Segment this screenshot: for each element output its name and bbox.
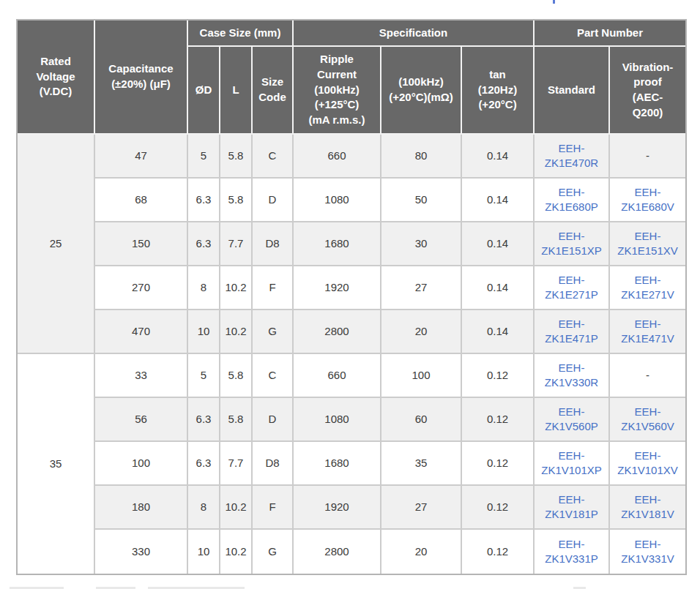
header-standard: Standard <box>535 47 610 135</box>
vibration-part-link[interactable]: EEH-ZK1V560V <box>614 405 681 434</box>
cell-impedance: 20 <box>381 530 462 574</box>
cell-capacitance: 150 <box>95 222 188 266</box>
header-impedance: (100kHz) (+20°C)(mΩ) <box>381 47 462 135</box>
cell-impedance: 35 <box>381 442 462 486</box>
vibration-part-link[interactable]: EEH-ZK1E271V <box>614 273 681 302</box>
table-row: 330 10 10.2 G 2800 20 0.12 EEH-ZK1V331P … <box>18 530 685 574</box>
cell-vibration-part: - <box>610 135 685 179</box>
standard-part-link[interactable]: EEH-ZK1E470R <box>539 141 604 170</box>
cell-length: 10.2 <box>220 530 253 574</box>
cell-impedance: 20 <box>381 310 462 354</box>
cell-size-code: C <box>253 135 294 179</box>
standard-part-link[interactable]: EEH-ZK1V101XP <box>539 449 604 478</box>
cell-capacitance: 180 <box>95 486 188 530</box>
cell-length: 10.2 <box>220 310 253 354</box>
cell-tan-delta: 0.12 <box>462 530 535 574</box>
cell-vibration-part: EEH-ZK1E271V <box>610 266 685 310</box>
cell-standard-part: EEH-ZK1V330R <box>535 354 610 398</box>
vibration-part-link[interactable]: EEH-ZK1V101XV <box>614 449 681 478</box>
cell-vibration-part: EEH-ZK1E471V <box>610 310 685 354</box>
cell-impedance: 27 <box>381 266 462 310</box>
cell-size-code: C <box>253 354 294 398</box>
cell-tan-delta: 0.12 <box>462 442 535 486</box>
table-row: 270 8 10.2 F 1920 27 0.14 EEH-ZK1E271P E… <box>18 266 685 310</box>
cell-diameter: 6.3 <box>188 222 220 266</box>
standard-part-link[interactable]: EEH-ZK1V331P <box>539 537 604 566</box>
cell-ripple-current: 1920 <box>294 266 381 310</box>
cell-diameter: 6.3 <box>188 442 220 486</box>
cell-impedance: 50 <box>381 179 462 222</box>
cell-tan-delta: 0.14 <box>462 135 535 179</box>
cell-tan-delta: 0.14 <box>462 310 535 354</box>
vibration-part-link[interactable]: EEH-ZK1E680V <box>614 185 681 214</box>
cell-standard-part: EEH-ZK1V101XP <box>535 442 610 486</box>
cell-length: 10.2 <box>220 486 253 530</box>
vibration-part-link[interactable]: EEH-ZK1E471V <box>614 317 681 346</box>
standard-part-link[interactable]: EEH-ZK1E271P <box>539 273 604 302</box>
table-row: 150 6.3 7.7 D8 1680 30 0.14 EEH-ZK1E151X… <box>18 222 685 266</box>
cell-capacitance: 100 <box>95 442 188 486</box>
cell-diameter: 8 <box>188 266 220 310</box>
table-row: 470 10 10.2 G 2800 20 0.14 EEH-ZK1E471P … <box>18 310 685 354</box>
cell-diameter: 5 <box>188 354 220 398</box>
cell-length: 5.8 <box>220 354 253 398</box>
cell-vibration-part: EEH-ZK1V181V <box>610 486 685 530</box>
header-group-specification: Specification <box>294 20 535 47</box>
cell-vibration-part: EEH-ZK1V101XV <box>610 442 685 486</box>
vibration-part-empty: - <box>646 149 649 162</box>
standard-part-link[interactable]: EEH-ZK1E151XP <box>539 229 604 258</box>
cell-capacitance: 270 <box>95 266 188 310</box>
cell-length: 5.8 <box>220 135 253 179</box>
header-size-code: Size Code <box>253 47 294 135</box>
cell-rated-voltage: 35 <box>18 354 95 574</box>
cell-size-code: F <box>253 266 294 310</box>
standard-part-link[interactable]: EEH-ZK1E471P <box>539 317 604 346</box>
table-row: 56 6.3 5.8 D 1080 60 0.12 EEH-ZK1V560P E… <box>18 398 685 442</box>
standard-part-link[interactable]: EEH-ZK1V181P <box>539 492 604 522</box>
vibration-part-link[interactable]: EEH-ZK1V331V <box>614 537 681 566</box>
vibration-part-link[interactable]: EEH-ZK1E151XV <box>614 229 681 258</box>
cell-size-code: D8 <box>253 442 294 486</box>
cell-size-code: D <box>253 398 294 442</box>
cell-diameter: 6.3 <box>188 179 220 222</box>
cell-size-code: F <box>253 486 294 530</box>
cell-length: 10.2 <box>220 266 253 310</box>
cell-impedance: 60 <box>381 398 462 442</box>
header-diameter: ØD <box>188 47 220 135</box>
header-length: L <box>220 47 253 135</box>
cell-diameter: 10 <box>188 310 220 354</box>
standard-part-link[interactable]: EEH-ZK1E680P <box>539 185 604 214</box>
cell-tan-delta: 0.14 <box>462 179 535 222</box>
cell-capacitance: 330 <box>95 530 188 574</box>
cell-rated-voltage: 25 <box>18 135 95 354</box>
cell-vibration-part: EEH-ZK1E680V <box>610 179 685 222</box>
cell-ripple-current: 660 <box>294 354 381 398</box>
cell-size-code: G <box>253 530 294 574</box>
standard-part-link[interactable]: EEH-ZK1V330R <box>539 361 604 390</box>
cell-ripple-current: 2800 <box>294 530 381 574</box>
cell-capacitance: 470 <box>95 310 188 354</box>
capacitor-spec-table: Rated Voltage (V.DC) Capacitance (±20%) … <box>16 19 687 575</box>
cell-capacitance: 47 <box>95 135 188 179</box>
cell-length: 7.7 <box>220 222 253 266</box>
cell-size-code: G <box>253 310 294 354</box>
cell-ripple-current: 1080 <box>294 179 381 222</box>
standard-part-link[interactable]: EEH-ZK1V560P <box>539 405 604 434</box>
table-row: 25 47 5 5.8 C 660 80 0.14 EEH-ZK1E470R - <box>18 135 685 179</box>
cell-capacitance: 68 <box>95 179 188 222</box>
cell-capacitance: 56 <box>95 398 188 442</box>
header-group-row: Rated Voltage (V.DC) Capacitance (±20%) … <box>18 20 685 47</box>
cell-standard-part: EEH-ZK1E271P <box>535 266 610 310</box>
cell-capacitance: 33 <box>95 354 188 398</box>
cell-ripple-current: 660 <box>294 135 381 179</box>
table-row: 68 6.3 5.8 D 1080 50 0.14 EEH-ZK1E680P E… <box>18 179 685 222</box>
cell-size-code: D <box>253 179 294 222</box>
header-tan-delta: tan (120Hz) (+20°C) <box>462 47 535 135</box>
vibration-part-empty: - <box>646 369 649 381</box>
cell-impedance: 27 <box>381 486 462 530</box>
cell-tan-delta: 0.12 <box>462 398 535 442</box>
clipped-blue-text-fragment <box>553 0 555 4</box>
vibration-part-link[interactable]: EEH-ZK1V181V <box>614 492 681 522</box>
cell-impedance: 100 <box>381 354 462 398</box>
cell-diameter: 8 <box>188 486 220 530</box>
